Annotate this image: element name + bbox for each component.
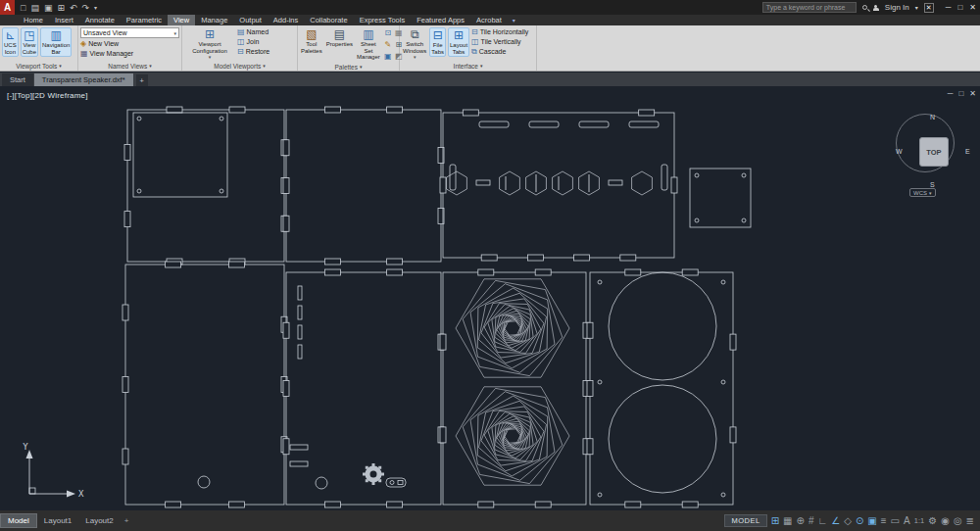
tab-insert[interactable]: Insert [49, 15, 79, 25]
view-dropdown[interactable]: Unsaved View▾ [80, 27, 179, 38]
new-file-icon[interactable]: □ [21, 3, 25, 13]
viewport-configuration-button[interactable]: ⊞ Viewport Configuration ▾ [184, 27, 235, 62]
close-button[interactable]: ✕ [969, 3, 976, 12]
transparency-icon[interactable]: ▭ [891, 515, 900, 527]
layout-tab-layout2[interactable]: Layout2 [78, 514, 120, 527]
polar-tracking-icon[interactable]: ∠ [831, 515, 840, 527]
object-snap-tracking-icon[interactable]: ⊙ [856, 515, 863, 527]
save-icon[interactable]: ▣ [44, 3, 53, 13]
group-label-viewport-tools[interactable]: Viewport Tools▾ [0, 61, 77, 71]
grid-icon[interactable]: ⊞ [771, 515, 779, 527]
search-input[interactable]: Type a keyword or phrase [762, 2, 857, 13]
tab-manage[interactable]: Manage [195, 15, 233, 25]
dynamic-input-icon[interactable]: # [808, 515, 814, 527]
navigation-bar-button[interactable]: ▥ NavigationBar [40, 27, 72, 57]
named-viewports-button[interactable]: ▤ Named [237, 27, 270, 36]
isodraft-icon[interactable]: ◇ [844, 515, 852, 527]
tab-acrobat[interactable]: Acrobat [470, 15, 508, 25]
doc-restore-button[interactable]: □ [958, 89, 963, 98]
doc-minimize-button[interactable]: ─ [948, 89, 954, 98]
viewcube-top-face[interactable]: TOP [919, 137, 949, 167]
group-label-named-views[interactable]: Named Views▾ [78, 61, 181, 71]
ortho-icon[interactable]: ∟ [817, 515, 827, 527]
open-file-icon[interactable]: ▤ [30, 3, 39, 13]
view-manager-icon: ▦ [80, 49, 88, 58]
snap-icon[interactable]: ▦ [783, 515, 792, 527]
view-manager-button[interactable]: ▦ View Manager [80, 49, 179, 58]
wcs-menu[interactable]: WCS▾ [909, 188, 936, 197]
sheet-set-manager-button[interactable]: ▥ Sheet SetManager [356, 27, 381, 62]
object-snap-icon[interactable]: ▣ [867, 515, 876, 527]
designcenter-palette-icon[interactable]: ▣ [383, 52, 393, 63]
file-tabs-button[interactable]: ⊟ FileTabs [429, 27, 446, 57]
tile-vertically-icon: ◫ [471, 37, 479, 46]
tab-collaborate[interactable]: Collaborate [304, 15, 353, 25]
search-icon[interactable] [862, 5, 867, 10]
annotation-monitor-icon[interactable]: ◉ [941, 515, 950, 527]
ribbon-options-caret-icon[interactable]: ▾ [508, 15, 520, 25]
new-layout-button[interactable]: + [121, 516, 133, 525]
tile-vertically-button[interactable]: ◫ Tile Vertically [471, 37, 528, 46]
ucs-axes-icon: ⊾ [5, 29, 15, 42]
switch-windows-button[interactable]: ⧉ SwitchWindows ▾ [402, 27, 427, 62]
model-paper-toggle[interactable]: MODEL [724, 514, 766, 527]
new-drawing-tab-button[interactable]: + [136, 74, 148, 86]
isolate-objects-icon[interactable]: ◎ [954, 515, 962, 527]
ucs-icon-button[interactable]: ⊾ UCSIcon [2, 27, 19, 57]
annotation-scale-button[interactable]: 1:1 [914, 516, 924, 525]
plot-icon[interactable]: ⊞ [57, 3, 65, 13]
layout-tab-layout1[interactable]: Layout1 [37, 514, 78, 527]
minimize-button[interactable]: ─ [946, 3, 952, 12]
customization-icon[interactable]: ≣ [966, 515, 974, 527]
cascade-button[interactable]: ⧉ Cascade [471, 47, 528, 56]
document-window-controls: ─ □ ✕ [948, 89, 976, 98]
tab-featured-apps[interactable]: Featured Apps [411, 15, 470, 25]
tab-express-tools[interactable]: Express Tools [354, 15, 412, 25]
infer-constraints-icon[interactable]: ⊕ [797, 515, 805, 527]
annotation-visibility-icon[interactable]: A [904, 515, 910, 527]
group-label-model-viewports[interactable]: Model Viewports▾ [182, 62, 297, 72]
exchange-apps-icon[interactable]: ✕ [924, 3, 934, 13]
undo-icon[interactable]: ↶ [70, 3, 77, 13]
qat-dropdown-icon[interactable]: ▾ [94, 4, 97, 11]
new-view-button[interactable]: ◈ New View [80, 39, 179, 48]
tab-output[interactable]: Output [233, 15, 268, 25]
viewcube-button[interactable]: ◳ ViewCube [21, 27, 38, 57]
viewcube-north[interactable]: N [930, 114, 935, 121]
group-label-palettes[interactable]: Palettes▾ [298, 63, 399, 71]
viewcube-compass-ring[interactable]: N W S E TOP [896, 114, 955, 172]
viewcube[interactable]: N W S E TOP WCS▾ [888, 106, 964, 200]
tab-view[interactable]: View [168, 15, 195, 25]
tab-annotate[interactable]: Annotate [79, 15, 121, 25]
tile-horizontally-button[interactable]: ⊟ Tile Horizontally [471, 27, 528, 36]
properties-button[interactable]: ▤ Properties [325, 27, 354, 49]
redo-icon[interactable]: ↷ [82, 3, 90, 13]
signin-button[interactable]: Sign In [885, 3, 909, 12]
join-viewports-button[interactable]: ◫ Join [237, 37, 270, 46]
viewcube-east[interactable]: E [965, 148, 970, 155]
tab-home[interactable]: Home [18, 15, 49, 25]
workspace-gear-icon[interactable]: ⚙ [928, 515, 937, 527]
tab-parametric[interactable]: Parametric [121, 15, 168, 25]
model-space-canvas[interactable]: YX [-][Top][2D Wireframe] ─ □ ✕ N W S E … [0, 86, 980, 510]
layout-tabs-button[interactable]: ⊞ LayoutTabs [448, 27, 469, 57]
group-label-interface[interactable]: Interface▾ [400, 62, 536, 72]
viewcube-south[interactable]: S [930, 181, 935, 188]
restore-viewports-button[interactable]: ⊟ Restore [237, 47, 270, 56]
viewcube-west[interactable]: W [896, 148, 903, 155]
file-tab-document[interactable]: Transparent Speaker.dxf* [34, 73, 133, 86]
tool-palettes-button[interactable]: ▧ ToolPalettes [300, 27, 323, 55]
file-tab-start[interactable]: Start [2, 73, 33, 86]
markup-palette-icon[interactable]: ✎ [383, 40, 393, 51]
blocks-palette-icon[interactable]: ⊡ [383, 28, 393, 39]
app-logo[interactable]: A [0, 0, 15, 15]
viewport-controls-label[interactable]: [-][Top][2D Wireframe] [7, 91, 88, 100]
cad-drawing[interactable]: YX [0, 86, 980, 510]
doc-close-button[interactable]: ✕ [969, 89, 976, 98]
ribbon-empty-space [537, 25, 980, 71]
lineweight-icon[interactable]: ≡ [881, 515, 887, 527]
layout-tab-model[interactable]: Model [0, 513, 37, 528]
restore-button[interactable]: □ [957, 3, 962, 12]
signin-caret-icon[interactable]: ▾ [915, 4, 918, 11]
tab-addins[interactable]: Add-ins [268, 15, 304, 25]
